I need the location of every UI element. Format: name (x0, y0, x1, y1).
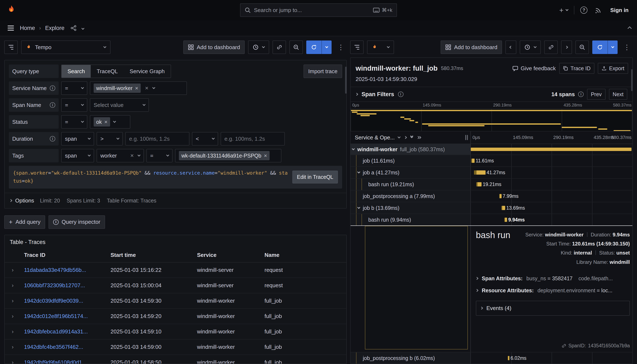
span-bar[interactable] (471, 148, 632, 151)
span-label-cell[interactable]: job_postprocessing b (6.02ms) (350, 352, 471, 364)
grafana-logo-icon[interactable] (6, 5, 17, 16)
trace-id-link[interactable]: 1942dc012e8f196b5174... (24, 313, 88, 319)
pane-kebab-menu-icon[interactable]: ⋮ (335, 43, 347, 51)
expand-chevron-icon[interactable] (357, 206, 360, 209)
status-operator-select[interactable]: = (61, 115, 87, 129)
span-row[interactable]: windmill-workerfull_job (580.37ms) (350, 144, 632, 155)
run-query-button[interactable] (592, 40, 618, 54)
duration-scope-select[interactable]: span (61, 132, 94, 146)
tab-service-graph[interactable]: Service Graph (124, 65, 171, 78)
add-to-dashboard-button[interactable]: Add to dashboard (441, 40, 502, 54)
right-pane-scrollbar[interactable] (631, 69, 633, 91)
duration-min-input[interactable] (125, 132, 190, 146)
breadcrumb-explore[interactable]: Explore (45, 25, 64, 32)
trace-minimap[interactable] (350, 108, 632, 132)
options-toggle[interactable]: Options (10, 198, 34, 204)
span-bar[interactable] (501, 206, 505, 210)
span-filters-chevron-icon[interactable] (355, 93, 358, 96)
span-label-cell[interactable]: job b (13.69ms) (350, 202, 471, 214)
trace-id-link[interactable]: 1060bbf732309b12707... (24, 282, 85, 288)
row-expand-chevron-icon[interactable]: › (5, 355, 21, 364)
tags-key-select[interactable]: worker× (96, 149, 144, 162)
row-expand-chevron-icon[interactable]: › (5, 308, 21, 324)
outline-button[interactable] (4, 40, 18, 54)
status-chip[interactable]: ok× (94, 117, 110, 126)
span-label-cell[interactable]: windmill-workerfull_job (580.37ms) (350, 144, 471, 154)
span-label-cell[interactable]: job_postprocessing a (7.99ms) (350, 190, 471, 202)
table-row[interactable]: ›1942dc012e8f196b5174...2025-01-03 14:59… (5, 308, 346, 324)
trace-id-link[interactable]: 1942dbfebca1d9914a31... (24, 328, 88, 335)
trace-id-link[interactable]: 1942dc039dfdf9e0039... (24, 298, 83, 304)
collapse-all-icon[interactable] (411, 137, 413, 138)
time-range-picker[interactable] (248, 40, 269, 54)
status-value-select[interactable]: ok× (90, 115, 130, 129)
column-header-name[interactable]: Name (261, 248, 346, 262)
tags-operator-select[interactable]: = (146, 149, 172, 162)
row-expand-chevron-icon[interactable]: › (5, 293, 21, 308)
trace-id-button[interactable]: Trace ID (559, 63, 594, 74)
resource-attributes-accordion[interactable]: Resource Attributes: deployment.environm… (476, 284, 630, 296)
time-shift-back-icon[interactable] (506, 40, 516, 54)
breadcrumb-actions-chevron-icon[interactable] (82, 25, 84, 32)
sign-in-button[interactable]: Sign in (608, 5, 631, 15)
service-name-value-select[interactable]: windmill-worker× × (90, 82, 187, 95)
service-name-chip[interactable]: windmill-worker× (94, 84, 141, 93)
span-filters-label[interactable]: Span Filters (362, 91, 394, 98)
time-shift-forward-icon[interactable] (561, 40, 572, 54)
expand-chevron-icon[interactable] (357, 170, 360, 173)
next-span-button[interactable]: Next (609, 89, 627, 100)
share-icon[interactable] (70, 25, 77, 31)
table-row[interactable]: ›1942dbf9d9fa6108d0d1...2025-01-03 14:58… (5, 355, 346, 364)
span-row[interactable]: job_postprocessing a (7.99ms)7.99ms (350, 190, 632, 202)
span-timeline-cell[interactable]: 9.94ms (471, 214, 632, 226)
export-button[interactable]: Export (598, 63, 628, 74)
add-to-dashboard-button[interactable]: Add to dashboard (183, 40, 245, 54)
span-row[interactable]: job (11.61ms)11.61ms (350, 155, 632, 167)
expand-chevron-icon[interactable] (352, 147, 355, 150)
query-inspector-button[interactable]: iQuery inspector (48, 215, 105, 229)
give-feedback-button[interactable]: Give feedback (512, 65, 556, 72)
span-bar[interactable] (476, 182, 482, 186)
help-icon[interactable]: ? (578, 5, 589, 16)
tags-scope-select[interactable]: span (61, 149, 94, 162)
column-header-start-time[interactable]: Start time (107, 248, 194, 262)
table-row[interactable]: ›1060bbf732309b12707...2025-01-03 15:00:… (5, 278, 346, 293)
news-rss-icon[interactable] (593, 5, 604, 15)
service-operation-dropdown[interactable]: Service & Ope... (355, 134, 400, 141)
chip-remove-icon[interactable]: × (264, 152, 267, 159)
chevron-right-icon[interactable] (404, 136, 406, 138)
refresh-icon[interactable] (306, 40, 322, 54)
span-timeline-cell[interactable]: 6.02ms (471, 352, 632, 364)
breadcrumb-home[interactable]: Home (20, 25, 35, 32)
span-row[interactable]: bash run (19.21ms)19.21ms (350, 179, 632, 190)
span-timeline-cell[interactable]: 41.27ms (471, 167, 632, 178)
span-timeline-cell[interactable]: 19.21ms (471, 179, 632, 190)
collapse-panel-icon[interactable] (628, 25, 631, 32)
row-expand-chevron-icon[interactable]: › (5, 324, 21, 339)
table-row[interactable]: ›1942dc039dfdf9e0039...2025-01-03 14:59:… (5, 293, 346, 308)
span-bar[interactable] (474, 170, 485, 174)
prev-span-button[interactable]: Prev (587, 89, 605, 100)
span-timeline-cell[interactable] (471, 144, 632, 154)
trace-id-link[interactable]: 1942dbf9d9fa6108d0d1... (24, 359, 86, 364)
zoom-out-icon[interactable] (576, 40, 589, 54)
search-input[interactable] (254, 7, 370, 14)
row-expand-chevron-icon[interactable]: › (5, 339, 21, 355)
table-row[interactable]: ›1942dbfc4be3567f462...2025-01-03 14:59:… (5, 339, 346, 355)
span-label-cell[interactable]: job (11.61ms) (350, 155, 471, 166)
global-search[interactable]: ⌘+k (240, 3, 397, 17)
chip-remove-icon[interactable]: × (104, 119, 107, 125)
pane-kebab-menu-icon[interactable]: ⋮ (621, 43, 633, 51)
run-query-interval-chevron-icon[interactable] (322, 40, 332, 54)
table-row[interactable]: ›11dabada33e479db56b...2025-01-03 15:16:… (5, 262, 346, 278)
chip-remove-icon[interactable]: × (135, 85, 138, 92)
table-row[interactable]: ›1942dbfebca1d9914a31...2025-01-03 14:59… (5, 324, 346, 339)
span-bar[interactable] (499, 194, 502, 198)
span-timeline-cell[interactable]: 11.61ms (471, 155, 632, 166)
edit-in-traceql-button[interactable]: Edit in TraceQL (292, 170, 338, 184)
row-expand-chevron-icon[interactable]: › (5, 262, 21, 278)
span-timeline-cell[interactable]: 13.69ms (471, 202, 632, 214)
span-timeline-cell[interactable]: 7.99ms (471, 190, 632, 202)
span-label-cell[interactable]: bash run (19.21ms) (350, 179, 471, 190)
duration-max-input[interactable] (221, 132, 285, 146)
